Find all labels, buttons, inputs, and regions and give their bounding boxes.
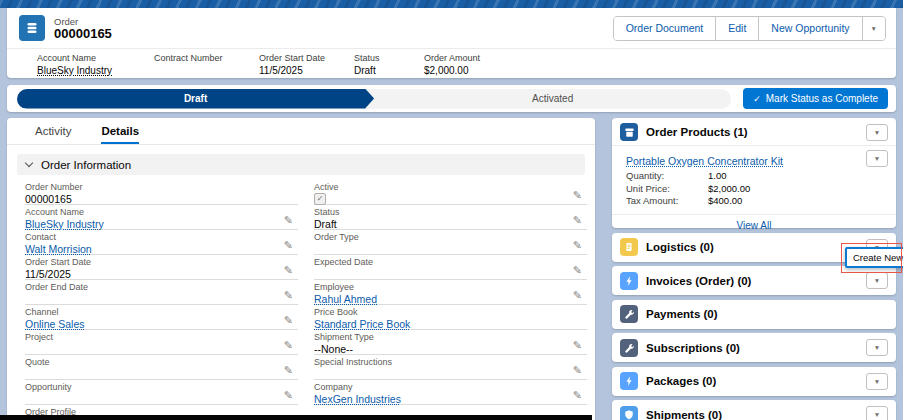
active-checkbox[interactable]: ✓	[314, 193, 326, 205]
edit-pencil-icon[interactable]: ✎	[573, 340, 582, 351]
mark-status-complete-button[interactable]: ✓ Mark Status as Complete	[743, 88, 888, 109]
related-list-title: Shipments (0)	[646, 409, 722, 420]
field-order-start-date: Order Start Date 11/5/2025 ✎	[25, 255, 298, 280]
related-list-title: Order Products (1)	[646, 126, 748, 138]
edit-pencil-icon[interactable]: ✎	[573, 215, 582, 226]
create-new-menu-item[interactable]: Create New	[847, 249, 903, 266]
invoices-dropdown-button[interactable]: ▼	[866, 272, 888, 289]
related-list-title: Subscriptions (0)	[646, 342, 740, 354]
highlight-account-name: Account Name BlueSky Industry	[37, 53, 154, 77]
logistics-dropdown-menu: Create New	[845, 247, 903, 268]
edit-pencil-icon[interactable]: ✎	[284, 365, 293, 376]
order-products-card: Order Products (1) ▼ Portable Oxygen Con…	[612, 118, 896, 228]
order-document-button[interactable]: Order Document	[614, 17, 716, 40]
employee-link[interactable]: Rahul Ahmed	[314, 293, 377, 305]
field-contact: Contact Walt Morrision ✎	[25, 230, 298, 255]
field-status: Status Draft ✎	[314, 205, 587, 230]
status-path: Draft Activated ✓ Mark Status as Complet…	[7, 85, 896, 112]
field-account-name: Account Name BlueSky Industry ✎	[25, 205, 298, 230]
logistics-document-icon	[620, 238, 638, 256]
edit-pencil-icon[interactable]: ✎	[284, 315, 293, 326]
channel-link[interactable]: Online Sales	[25, 318, 85, 330]
shipments-dropdown-button[interactable]: ▼	[866, 406, 888, 420]
payments-wrench-icon	[620, 305, 638, 323]
related-list-title: Logistics (0)	[646, 241, 714, 253]
record-header: Order 00000165 Order Document Edit New O…	[7, 8, 896, 78]
field-order-type: Order Type ✎	[314, 230, 587, 255]
path-stage-activated[interactable]: Activated	[374, 89, 731, 109]
edit-pencil-icon[interactable]: ✎	[573, 190, 582, 201]
edit-pencil-icon[interactable]: ✎	[284, 390, 293, 401]
field-price-book: Price Book Standard Price Book	[314, 305, 587, 330]
field-value: --None--	[314, 343, 353, 355]
order-product-link[interactable]: Portable Oxygen Concentrator Kit	[626, 155, 783, 167]
tab-details[interactable]: Details	[101, 125, 139, 144]
field-project: Project ✎	[25, 330, 298, 355]
new-opportunity-button[interactable]: New Opportunity	[758, 17, 861, 40]
field-employee: Employee Rahul Ahmed ✎	[314, 280, 587, 305]
edit-pencil-icon[interactable]: ✎	[284, 290, 293, 301]
account-name-link[interactable]: BlueSky Industry	[25, 218, 104, 230]
company-link[interactable]: NexGen Industries	[314, 393, 401, 405]
highlight-contract-number: Contract Number	[154, 53, 259, 77]
field-opportunity: Opportunity ✎	[25, 380, 298, 405]
edit-pencil-icon[interactable]: ✎	[573, 365, 582, 376]
field-order-end-date: Order End Date ✎	[25, 280, 298, 305]
field-value: 00000165	[25, 193, 72, 205]
order-stack-icon	[19, 15, 45, 41]
field-quote: Quote ✎	[25, 355, 298, 380]
related-list-title: Payments (0)	[646, 308, 718, 320]
highlights-panel: Account Name BlueSky Industry Contract N…	[7, 49, 896, 77]
more-actions-dropdown-icon[interactable]: ▼	[862, 17, 885, 40]
product-quantity-row: Quantity: 1.00	[626, 170, 888, 183]
account-name-link[interactable]: BlueSky Industry	[37, 64, 154, 77]
chevron-down-icon	[25, 159, 33, 167]
order-information-form: Order Number 00000165 Account Name BlueS…	[7, 179, 595, 420]
edit-pencil-icon[interactable]: ✎	[284, 240, 293, 251]
packages-dropdown-button[interactable]: ▼	[866, 373, 888, 390]
order-record-page: Order 00000165 Order Document Edit New O…	[0, 0, 903, 420]
record-title: 00000165	[54, 27, 112, 41]
edit-pencil-icon[interactable]: ✎	[284, 265, 293, 276]
order-products-dropdown-button[interactable]: ▼	[866, 124, 888, 141]
order-product-row-dropdown-button[interactable]: ▼	[866, 150, 888, 167]
edit-pencil-icon[interactable]: ✎	[573, 265, 582, 276]
field-special-instructions: Special Instructions ✎	[314, 355, 587, 380]
subscriptions-wrench-icon	[620, 339, 638, 357]
edit-button[interactable]: Edit	[715, 17, 758, 40]
packages-lightning-icon	[620, 372, 638, 390]
field-value: 11/5/2025	[25, 268, 71, 280]
tab-activity[interactable]: Activity	[35, 125, 71, 144]
product-unit-price-row: Unit Price: $2,000.00	[626, 183, 888, 196]
field-channel: Channel Online Sales ✎	[25, 305, 298, 330]
packages-card: Packages (0) ▼	[612, 367, 896, 396]
edit-pencil-icon[interactable]: ✎	[573, 390, 582, 401]
related-list-title: Packages (0)	[646, 375, 716, 387]
path-track: Draft Activated	[17, 89, 731, 109]
path-stage-draft[interactable]: Draft	[17, 89, 374, 109]
highlight-status: Status Draft	[354, 53, 424, 77]
field-value: Draft	[314, 218, 337, 230]
contact-link[interactable]: Walt Morrision	[25, 243, 92, 255]
subscriptions-dropdown-button[interactable]: ▼	[866, 339, 888, 356]
edit-pencil-icon[interactable]: ✎	[573, 290, 582, 301]
field-company: Company NexGen Industries ✎	[314, 380, 587, 405]
shipments-shield-icon	[620, 406, 638, 420]
check-icon: ✓	[753, 94, 761, 104]
entity-label: Order	[54, 16, 112, 27]
edit-pencil-icon[interactable]: ✎	[284, 215, 293, 226]
field-shipment-type: Shipment Type --None-- ✎	[314, 330, 587, 355]
header-action-group: Order Document Edit New Opportunity ▼	[613, 16, 886, 41]
bottom-cutoff-bar	[0, 415, 592, 420]
view-all-link[interactable]: View All	[737, 220, 772, 231]
section-order-information[interactable]: Order Information	[17, 154, 585, 175]
related-lists-column: Order Products (1) ▼ Portable Oxygen Con…	[612, 118, 896, 420]
edit-pencil-icon[interactable]: ✎	[573, 240, 582, 251]
theme-banner	[0, 0, 903, 8]
field-order-number: Order Number 00000165	[25, 180, 298, 205]
price-book-link[interactable]: Standard Price Book	[314, 318, 410, 330]
related-list-title: Invoices (Order) (0)	[646, 275, 751, 287]
subscriptions-card: Subscriptions (0) ▼	[612, 333, 896, 362]
edit-pencil-icon[interactable]: ✎	[284, 340, 293, 351]
record-tabs: Activity Details	[7, 118, 595, 145]
